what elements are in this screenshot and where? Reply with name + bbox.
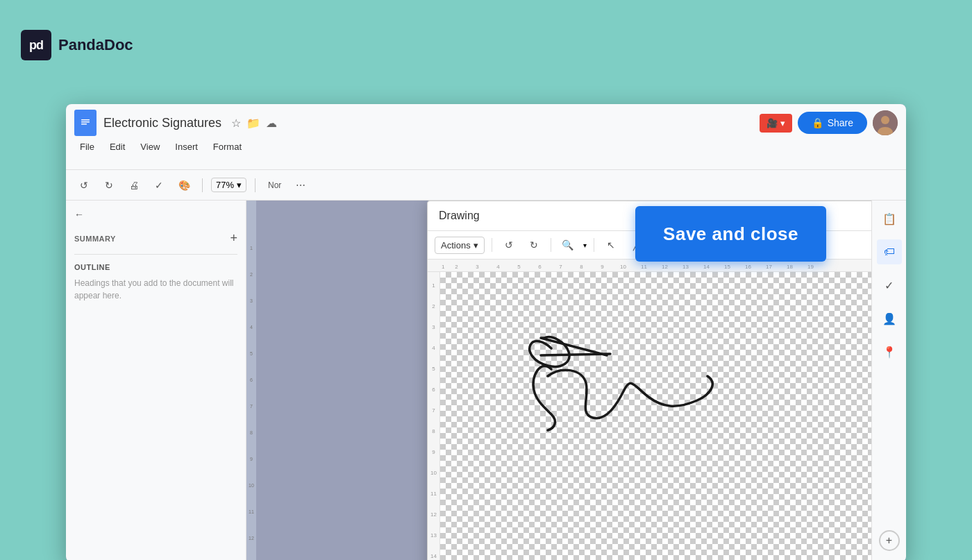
document-title: Electronic Signatures [103,116,221,130]
paint-format-button[interactable]: 🎨 [174,176,194,195]
menu-view[interactable]: View [135,139,165,155]
sidebar-summary: SUMMARY + [74,231,237,246]
redo-draw-button[interactable]: ↻ [524,235,544,255]
gdocs-main: ← SUMMARY + OUTLINE Headings that you ad… [66,201,906,560]
select-tool[interactable]: ↖ [601,235,621,255]
user-avatar[interactable] [873,110,898,135]
outline-text: Headings that you add to the document wi… [74,277,237,302]
zoom-control[interactable]: 77% ▾ [211,178,246,192]
toolbar-sep-2 [255,178,255,192]
right-panel-user-icon[interactable]: 👤 [877,306,902,331]
svg-rect-0 [79,115,92,130]
zoom-draw-arrow[interactable]: ▾ [583,241,587,249]
sidebar-add-button[interactable]: + [230,231,237,246]
right-panel-location-icon[interactable]: 📍 [877,339,902,364]
summary-label: SUMMARY [74,235,116,243]
menu-insert[interactable]: Insert [169,139,203,155]
logo-icon: pd [21,30,51,60]
right-panel-check-icon[interactable]: ✓ [877,273,902,298]
save-close-button[interactable]: Save and close [635,206,826,262]
undo-button[interactable]: ↺ [74,176,94,195]
svg-rect-3 [81,124,87,125]
meet-button[interactable]: 🎥 ▾ [760,114,792,133]
signature-drawing [496,307,746,459]
gdocs-title-icons: ☆ 📁 ☁ [231,117,277,130]
logo-text: PandaDoc [58,36,133,54]
lock-icon: 🔒 [812,117,823,128]
sidebar-divider [74,254,237,255]
toolbar-sep-1 [202,178,203,192]
sidebar-back-button[interactable]: ← [74,209,237,220]
normal-text-btn[interactable]: Nor [264,176,285,195]
gdocs-title-row: Electronic Signatures ☆ 📁 ☁ 🎥 ▾ 🔒 Share [74,110,898,136]
menu-edit[interactable]: Edit [104,139,131,155]
print-button[interactable]: 🖨 [124,176,144,195]
drawing-vertical-ruler: 1 2 3 4 5 6 7 8 9 10 11 12 13 14 [428,272,440,560]
doc-icon [74,110,97,136]
menu-format[interactable]: Format [208,139,247,155]
drawing-title: Drawing [439,210,480,221]
gdocs-menu-row: File Edit View Insert Format [74,139,898,155]
more-toolbar-btn[interactable]: ⋯ [291,176,310,195]
gdocs-topbar: Electronic Signatures ☆ 📁 ☁ 🎥 ▾ 🔒 Share [66,104,906,170]
pandadoc-logo: pd PandaDoc [21,30,133,60]
right-panel-tag-icon[interactable]: 🏷 [877,239,902,264]
actions-button[interactable]: Actions ▾ [435,237,485,254]
spellcheck-button[interactable]: ✓ [149,176,169,195]
meet-icon: 🎥 [766,118,778,128]
star-icon[interactable]: ☆ [231,117,241,130]
pandadoc-header: pd PandaDoc [0,0,972,90]
left-ruler: 1 2 3 4 5 6 7 8 9 10 11 12 13 14 15 [246,201,256,560]
zoom-draw-button[interactable]: 🔍 [558,235,578,255]
right-panel-add-button[interactable]: + [879,530,900,551]
folder-icon[interactable]: 📁 [246,117,260,130]
outline-label: OUTLINE [74,263,237,271]
drawing-canvas-area[interactable]: 1 2 3 4 5 6 7 8 9 10 11 12 13 14 [428,272,871,560]
browser-window: Electronic Signatures ☆ 📁 ☁ 🎥 ▾ 🔒 Share [66,104,906,560]
share-button[interactable]: 🔒 Share [798,112,867,134]
gdocs-header-right: 🎥 ▾ 🔒 Share [760,110,898,135]
menu-file[interactable]: File [74,139,100,155]
svg-rect-1 [81,119,90,121]
cloud-icon[interactable]: ☁ [266,117,277,130]
gdocs-toolbar: ↺ ↻ 🖨 ✓ 🎨 77% ▾ Nor ⋯ [66,170,906,201]
right-panel-docs-icon[interactable]: 📋 [877,206,902,231]
redo-button[interactable]: ↻ [99,176,119,195]
undo-draw-button[interactable]: ↺ [499,235,519,255]
gdocs-canvas: 1 2 3 4 5 6 7 8 9 10 11 12 13 14 15 Draw… [246,201,871,560]
drawing-checkerboard[interactable] [440,272,871,560]
back-arrow-icon: ← [74,209,84,220]
gdocs-sidebar: ← SUMMARY + OUTLINE Headings that you ad… [66,201,246,560]
svg-rect-2 [81,121,90,123]
svg-point-5 [881,116,889,124]
gdocs-right-panel: 📋 🏷 ✓ 👤 📍 + [871,201,906,560]
